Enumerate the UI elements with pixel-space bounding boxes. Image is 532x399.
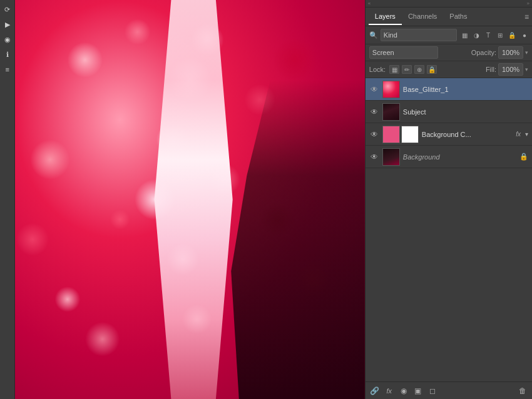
layer-thumb-base-glitter — [382, 81, 400, 98]
lock-badge-background: 🔒 — [519, 153, 528, 161]
layer-thumb-subject — [382, 103, 400, 121]
left-toolbar: ⟳ ▶ ◉ ℹ ≡ — [0, 0, 15, 399]
lock-icons: ▦ ✏ ⊕ 🔒 — [389, 65, 437, 74]
thumb-bg-color-preview — [383, 126, 399, 143]
bottom-icon-link[interactable]: 🔗 — [369, 385, 381, 396]
filter-select[interactable]: Kind — [381, 29, 457, 41]
thumb-bg-mask-preview — [402, 126, 418, 143]
layer-item-background[interactable]: 👁 Background 🔒 — [366, 146, 532, 168]
layer-name-subject: Subject — [403, 108, 528, 116]
panel-tabs: Layers Channels Paths ≡ — [366, 8, 532, 26]
layers-list: 👁 Base_Glitter_1 👁 Subject 👁 — [366, 78, 532, 381]
fill-input[interactable] — [498, 63, 523, 76]
thumb-background-preview — [383, 149, 399, 165]
bottom-icon-group[interactable]: ▣ — [412, 385, 424, 396]
layer-name-base-glitter: Base_Glitter_1 — [403, 86, 528, 93]
toolbar-btn-3[interactable]: ◉ — [1, 33, 14, 46]
fill-label: Fill: — [486, 66, 496, 73]
layer-thumb-bg-mask — [401, 126, 419, 143]
layer-thumb-background — [382, 148, 400, 166]
blend-row: Screen Opacity: ▾ — [366, 44, 532, 61]
canvas-area — [15, 0, 365, 399]
panel-bottom: 🔗 fx ◉ ▣ ◻ 🗑 — [366, 381, 532, 399]
layer-thumb-pair-bg — [382, 126, 419, 143]
blend-mode-select[interactable]: Screen — [369, 46, 438, 59]
lock-transparent-icon[interactable]: ▦ — [389, 65, 399, 74]
layer-item-subject[interactable]: 👁 Subject — [366, 101, 532, 123]
filter-icons: ▦ ◑ T ⊞ 🔒 — [459, 30, 517, 40]
eye-icon-background[interactable]: 👁 — [369, 152, 379, 162]
lock-all-icon[interactable]: 🔒 — [427, 65, 437, 74]
filter-icon-pixel[interactable]: ▦ — [459, 30, 469, 40]
filter-toggle[interactable]: ● — [521, 30, 528, 40]
fill-group: Fill: ▾ — [486, 63, 528, 76]
fx-expand-arrow[interactable]: ▾ — [525, 131, 528, 138]
opacity-group: Opacity: ▾ — [471, 46, 528, 59]
filter-icon-adjust[interactable]: ◑ — [471, 30, 481, 40]
fx-badge-bg-color: fx — [516, 131, 521, 138]
filter-icon-shape[interactable]: ⊞ — [495, 30, 505, 40]
thumb-glitter-preview — [383, 81, 399, 98]
collapse-right-arrow[interactable]: » — [527, 1, 529, 6]
filter-icon-lock[interactable]: 🔒 — [507, 30, 517, 40]
layer-name-bg-color: Background C... — [422, 131, 513, 138]
bottom-icon-mask[interactable]: ◉ — [398, 385, 409, 396]
tab-paths[interactable]: Paths — [443, 9, 473, 25]
fill-arrow[interactable]: ▾ — [525, 66, 528, 73]
eye-icon-subject[interactable]: 👁 — [369, 107, 379, 117]
canvas-image — [15, 0, 365, 399]
filter-row: 🔍 Kind ▦ ◑ T ⊞ 🔒 ● — [366, 26, 532, 44]
bottom-icon-new[interactable]: ◻ — [427, 385, 438, 396]
search-icon: 🔍 — [369, 31, 378, 39]
layer-thumb-bg-color — [382, 126, 400, 143]
panel-collapse-arrows: « » — [366, 0, 532, 8]
toolbar-btn-4[interactable]: ℹ — [1, 48, 14, 61]
panel-menu-icon[interactable]: ≡ — [524, 13, 529, 21]
collapse-left-arrow[interactable]: « — [368, 1, 371, 6]
lock-label: Lock: — [369, 66, 386, 73]
layer-item-bg-color[interactable]: 👁 Background C... fx ▾ — [366, 123, 532, 146]
thumb-subject-preview — [383, 104, 399, 120]
eye-icon-base-glitter[interactable]: 👁 — [369, 84, 379, 94]
filter-icon-text[interactable]: T — [483, 30, 493, 40]
layer-name-background: Background — [403, 153, 515, 161]
lock-row: Lock: ▦ ✏ ⊕ 🔒 Fill: ▾ — [366, 61, 532, 78]
opacity-input[interactable] — [498, 46, 523, 59]
tab-channels[interactable]: Channels — [402, 9, 443, 25]
layer-item-base-glitter[interactable]: 👁 Base_Glitter_1 — [366, 78, 532, 101]
opacity-arrow[interactable]: ▾ — [525, 49, 528, 56]
eye-icon-bg-color[interactable]: 👁 — [369, 129, 379, 139]
tab-layers[interactable]: Layers — [369, 9, 402, 25]
toolbar-btn-2[interactable]: ▶ — [1, 18, 14, 31]
right-panel: « » Layers Channels Paths ≡ 🔍 Kind ▦ ◑ T… — [365, 0, 532, 399]
bottom-icon-delete[interactable]: 🗑 — [517, 385, 528, 396]
toolbar-btn-1[interactable]: ⟳ — [1, 3, 14, 16]
lock-image-icon[interactable]: ✏ — [402, 65, 412, 74]
toolbar-btn-5[interactable]: ≡ — [1, 63, 14, 76]
opacity-label: Opacity: — [471, 49, 496, 56]
bottom-icon-fx[interactable]: fx — [384, 385, 395, 396]
lock-position-icon[interactable]: ⊕ — [414, 65, 424, 74]
